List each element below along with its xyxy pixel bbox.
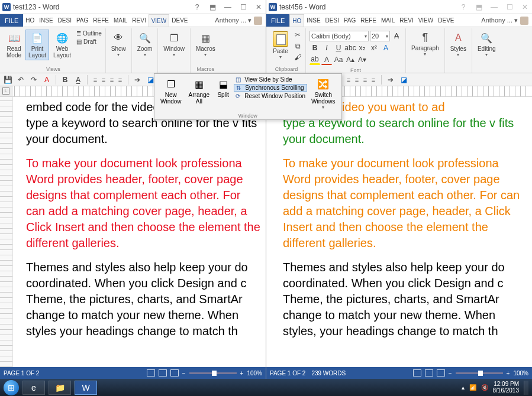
document-area-left[interactable]: embed code for the video you want to ad … — [0, 97, 266, 367]
tab-page-layout[interactable]: PAG — [74, 14, 91, 27]
tray-expand-icon[interactable]: ▴ — [462, 384, 465, 391]
tab-page-layout[interactable]: PAG — [341, 14, 358, 27]
zoom-slider[interactable] — [456, 372, 503, 374]
show-button[interactable]: 👁Show▾ — [108, 30, 129, 59]
align-buttons[interactable]: ≡≡≡≡ — [344, 76, 378, 83]
zoom-out-button[interactable]: − — [449, 370, 452, 376]
font-size-select[interactable]: 20▾ — [370, 31, 390, 41]
paragraph[interactable]: To make your document look professiona W… — [26, 155, 261, 251]
redo-icon[interactable]: ↷ — [28, 74, 39, 85]
switch-windows-button[interactable]: 🔀SwitchWindows▾ — [308, 76, 338, 112]
tab-selector[interactable]: L — [2, 87, 9, 95]
web-view-icon[interactable] — [437, 369, 445, 376]
copy-icon[interactable]: ⧉ — [292, 41, 303, 51]
print-view-icon[interactable] — [159, 369, 167, 376]
show-desktop-button[interactable] — [524, 381, 528, 395]
help-icon[interactable]: ? — [459, 3, 468, 11]
tab-file[interactable]: FILE — [0, 14, 23, 27]
zoom-in-button[interactable]: + — [507, 370, 510, 376]
fill-icon[interactable]: ◪ — [398, 74, 409, 85]
synchronous-scrolling-button[interactable]: ⇅Synchronous Scrolling — [234, 84, 307, 92]
tab-insert[interactable]: INSE — [304, 14, 323, 27]
bold-icon[interactable]: B — [60, 74, 70, 85]
clock[interactable]: 12:09 PM 8/16/2013 — [493, 381, 520, 394]
editing-button[interactable]: 🔍Editing▾ — [475, 30, 499, 59]
arrow-icon[interactable]: ➔ — [132, 74, 143, 85]
save-icon[interactable]: 💾 — [2, 74, 13, 85]
view-side-by-side-button[interactable]: ◫View Side by Side — [234, 76, 307, 83]
paste-button[interactable]: Paste▾ — [270, 30, 291, 61]
tab-home[interactable]: HO — [23, 14, 37, 27]
paragraph[interactable]: To make your document look professiona W… — [283, 155, 527, 251]
read-view-icon[interactable] — [147, 369, 155, 376]
help-icon[interactable]: ? — [192, 3, 202, 11]
network-icon[interactable]: 📶 — [469, 384, 476, 391]
taskbar-word-icon[interactable]: W — [75, 381, 97, 395]
tab-file[interactable]: FILE — [266, 14, 289, 27]
taskbar-ie-icon[interactable]: e — [22, 381, 45, 395]
paragraph-button[interactable]: ¶Paragraph▾ — [408, 30, 442, 59]
macros-button[interactable]: ▦Macros▾ — [193, 30, 218, 59]
tab-view[interactable]: VIEW — [149, 14, 170, 27]
account-name[interactable]: Anthony ... ▾ — [478, 14, 532, 27]
maximize-button[interactable]: ☐ — [505, 3, 514, 11]
zoom-out-button[interactable]: − — [182, 370, 186, 376]
undo-icon[interactable]: ↶ — [15, 74, 26, 85]
tab-design[interactable]: DESI — [323, 14, 341, 27]
grow-font-icon[interactable]: A▴ — [345, 54, 356, 65]
underline-icon[interactable]: U — [333, 43, 344, 53]
web-layout-button[interactable]: 🌐WebLayout — [50, 30, 74, 60]
zoom-level[interactable]: 100% — [513, 370, 528, 376]
strikethrough-icon[interactable]: abc — [345, 43, 356, 53]
zoom-button[interactable]: 🔍Zoom▾ — [134, 30, 156, 59]
read-view-icon[interactable] — [413, 369, 421, 376]
tab-mailings[interactable]: MAIL — [379, 14, 397, 27]
document-area-right[interactable]: de for the video you want to adtype a ke… — [266, 97, 532, 367]
page-number-status[interactable]: PAGE 1 OF 2 — [270, 370, 305, 376]
superscript-icon[interactable]: x² — [369, 43, 379, 53]
start-button[interactable]: ⊞ — [4, 380, 19, 395]
minimize-button[interactable]: — — [223, 3, 233, 11]
tab-view[interactable]: VIEW — [416, 14, 436, 27]
tab-insert[interactable]: INSE — [37, 14, 55, 27]
close-button[interactable]: ✕ — [520, 3, 530, 11]
zoom-in-button[interactable]: + — [240, 370, 244, 376]
font-color-icon[interactable]: A — [321, 54, 332, 65]
highlight-color-icon[interactable]: ab — [309, 54, 320, 65]
arrange-all-button[interactable]: ▦ArrangeAll — [186, 76, 213, 106]
text-effects-icon[interactable]: A — [381, 43, 391, 53]
paragraph[interactable]: Themes and styles also help keep your do… — [283, 259, 527, 339]
new-window-button[interactable]: ❐NewWindow — [157, 76, 185, 106]
minimize-button[interactable]: — — [489, 3, 499, 11]
bold-icon[interactable]: B — [309, 43, 320, 53]
split-button[interactable]: ⬓Split — [214, 76, 233, 100]
reset-window-position-button[interactable]: ⟳Reset Window Position — [234, 92, 307, 100]
tab-design[interactable]: DESI — [56, 14, 74, 27]
word-count-status[interactable]: 239 WORDS — [311, 370, 346, 376]
arrow-icon[interactable]: ➔ — [385, 74, 396, 85]
taskbar-explorer-icon[interactable]: 📁 — [49, 381, 71, 395]
font-color-icon[interactable]: A — [41, 74, 52, 85]
font-name-select[interactable]: Calibri (Body)▾ — [309, 31, 369, 41]
print-layout-button[interactable]: 📄PrintLayout — [25, 30, 49, 60]
document-body-right[interactable]: de for the video you want to adtype a ke… — [266, 97, 532, 339]
tab-home[interactable]: HO — [289, 14, 304, 27]
web-view-icon[interactable] — [170, 369, 179, 376]
styles-button[interactable]: AStyles▾ — [447, 30, 469, 59]
italic-icon[interactable]: I — [321, 43, 332, 53]
tab-developer[interactable]: DEVE — [169, 14, 190, 27]
tab-references[interactable]: REFE — [91, 14, 111, 27]
zoom-slider[interactable] — [189, 372, 237, 374]
tab-review[interactable]: REVI — [397, 14, 415, 27]
tab-developer[interactable]: DEVE — [436, 14, 456, 27]
highlight-icon[interactable]: A̲ — [73, 74, 83, 85]
tab-review[interactable]: REVI — [130, 14, 148, 27]
volume-icon[interactable]: 🔇 — [481, 384, 488, 391]
outline-button[interactable]: ≣Outline — [75, 30, 103, 37]
align-buttons[interactable]: ≡≡≡≡ — [91, 76, 124, 83]
tab-mailings[interactable]: MAIL — [111, 14, 130, 27]
maximize-button[interactable]: ☐ — [238, 3, 248, 11]
draft-button[interactable]: ▤Draft — [75, 38, 103, 46]
print-view-icon[interactable] — [425, 369, 433, 376]
change-case-icon[interactable]: Aa — [333, 54, 344, 65]
